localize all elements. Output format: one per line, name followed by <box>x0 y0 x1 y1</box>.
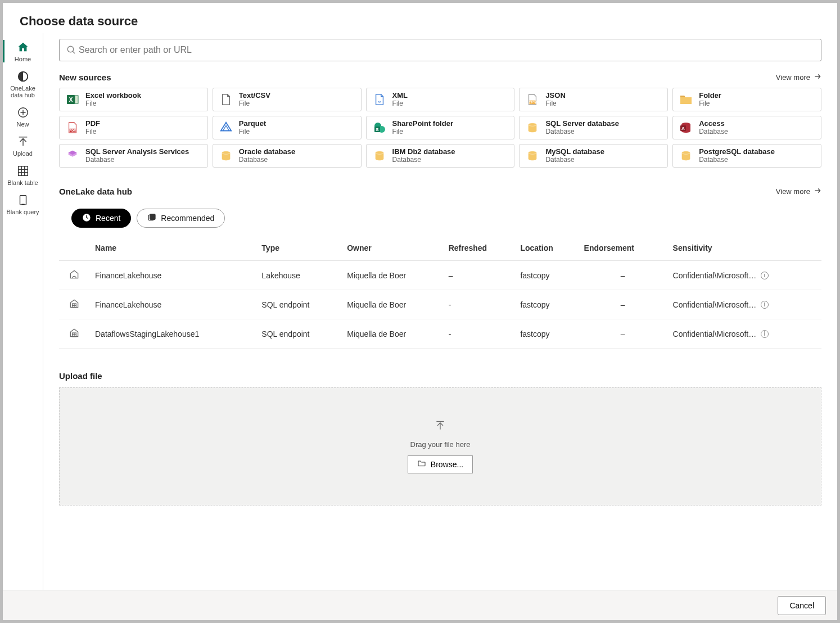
cell-endorsement: – <box>579 261 667 290</box>
folder-outline-icon <box>417 459 426 469</box>
source-card-text[interactable]: Text/CSVFile <box>213 88 362 111</box>
column-name: Name <box>89 236 256 261</box>
column-icon <box>59 236 89 261</box>
cell-sensitivity: Confidential\Microsoft ...i <box>667 290 821 319</box>
source-subtitle: Database <box>545 156 604 164</box>
source-card-access[interactable]: AAccessDatabase <box>672 116 821 139</box>
json-icon: JSON <box>525 92 540 107</box>
cell-sensitivity: Confidential\Microsoft ...i <box>667 319 821 349</box>
svg-point-13 <box>67 46 74 52</box>
pdf-icon: PDF <box>65 120 80 135</box>
svg-rect-6 <box>18 166 28 176</box>
source-card-xml[interactable]: <>XMLFile <box>366 88 515 111</box>
source-card-sharepoint[interactable]: SSharePoint folderFile <box>366 116 515 139</box>
source-subtitle: Database <box>699 156 775 164</box>
source-card-pdf[interactable]: PDFPDFFile <box>59 116 208 139</box>
column-refreshed: Refreshed <box>443 236 515 261</box>
blanktable-icon <box>17 165 29 177</box>
source-card-postgres[interactable]: PostgreSQL databaseDatabase <box>672 144 821 168</box>
source-subtitle: Database <box>545 128 619 136</box>
source-card-parquet[interactable]: ParquetFile <box>213 116 362 139</box>
cell-sensitivity: Confidential\Microsoft ...i <box>667 261 821 290</box>
table-row[interactable]: DataflowsStagingLakehouse1SQL endpointMi… <box>59 319 821 349</box>
table-row[interactable]: FinanceLakehouseSQL endpointMiquella de … <box>59 290 821 319</box>
mysql-icon <box>525 148 540 163</box>
sidebar-item-label: New <box>16 121 29 128</box>
postgres-icon <box>679 148 693 163</box>
sidebar-item-blankquery[interactable]: Blank query <box>3 189 43 219</box>
source-name: Parquet <box>239 120 266 128</box>
source-name: MySQL database <box>545 148 604 156</box>
source-subtitle: File <box>85 128 100 136</box>
column-location: Location <box>514 236 578 261</box>
search-input[interactable] <box>78 44 815 56</box>
cell-location: fastcopy <box>514 261 578 290</box>
svg-text:A: A <box>681 126 685 131</box>
search-icon <box>65 44 78 56</box>
cell-owner: Miquella de Boer <box>341 319 443 349</box>
browse-button[interactable]: Browse... <box>408 455 473 473</box>
info-icon[interactable]: i <box>761 272 769 279</box>
cell-location: fastcopy <box>514 290 578 319</box>
source-subtitle: File <box>239 100 270 107</box>
table-row[interactable]: FinanceLakehouseLakehouseMiquella de Boe… <box>59 261 821 290</box>
source-name: PostgreSQL database <box>699 148 775 156</box>
cancel-button[interactable]: Cancel <box>778 596 826 615</box>
sidebar-item-upload[interactable]: Upload <box>3 131 43 160</box>
source-subtitle: File <box>392 100 408 107</box>
source-name: IBM Db2 database <box>392 148 455 156</box>
source-name: XML <box>392 92 408 100</box>
svg-line-14 <box>73 51 75 53</box>
source-name: Oracle database <box>239 148 295 156</box>
cell-type: Lakehouse <box>256 261 341 290</box>
sidebar-item-blanktable[interactable]: Blank table <box>3 160 43 189</box>
source-name: Folder <box>699 92 721 100</box>
source-subtitle: File <box>85 100 141 107</box>
upload-dropzone[interactable]: Drag your file here Browse... <box>59 387 821 505</box>
filter-recent[interactable]: Recent <box>71 209 131 228</box>
arrow-right-icon <box>814 73 821 82</box>
sharepoint-icon: S <box>372 120 387 135</box>
endpoint-icon <box>69 331 80 340</box>
svg-text:S: S <box>376 127 379 132</box>
source-card-mysql[interactable]: MySQL databaseDatabase <box>519 144 668 168</box>
cell-name: DataflowsStagingLakehouse1 <box>89 319 256 349</box>
data-hub-table: NameTypeOwnerRefreshedLocationEndorsemen… <box>59 236 821 349</box>
source-name: SQL Server database <box>545 120 619 128</box>
source-card-folder[interactable]: FolderFile <box>672 88 821 111</box>
new-icon <box>17 106 29 119</box>
source-card-sqlserver[interactable]: SQL Server databaseDatabase <box>519 116 668 139</box>
source-subtitle: Database <box>699 128 728 136</box>
filter-recommended[interactable]: Recommended <box>137 209 225 228</box>
xml-icon: <> <box>372 92 387 107</box>
cell-refreshed: – <box>443 261 515 290</box>
view-more-sources[interactable]: View more <box>776 73 821 82</box>
db2-icon <box>372 148 387 163</box>
cell-location: fastcopy <box>514 319 578 349</box>
cell-refreshed: - <box>443 319 515 349</box>
view-more-hub[interactable]: View more <box>776 187 821 196</box>
info-icon[interactable]: i <box>761 301 769 309</box>
sidebar-item-home[interactable]: Home <box>3 37 43 66</box>
sidebar-item-new[interactable]: New <box>3 102 43 131</box>
info-icon[interactable]: i <box>761 330 769 338</box>
cell-endorsement: – <box>579 319 667 349</box>
upload-hint: Drag your file here <box>410 440 471 449</box>
clock-icon <box>82 213 91 224</box>
source-card-oracle[interactable]: Oracle databaseDatabase <box>213 144 362 168</box>
source-card-json[interactable]: JSONJSONFile <box>519 88 668 111</box>
sidebar-item-onelake[interactable]: OneLakedata hub <box>3 66 43 102</box>
sidebar: HomeOneLakedata hubNewUploadBlank tableB… <box>3 33 43 590</box>
cell-type: SQL endpoint <box>256 319 341 349</box>
sidebar-item-label: OneLakedata hub <box>10 85 35 98</box>
source-name: SharePoint folder <box>392 120 453 128</box>
search-box[interactable] <box>59 39 821 61</box>
source-subtitle: File <box>545 100 565 107</box>
source-subtitle: Database <box>392 156 455 164</box>
source-card-excel[interactable]: XExcel workbookFile <box>59 88 208 111</box>
source-card-db2[interactable]: IBM Db2 databaseDatabase <box>366 144 515 168</box>
svg-rect-18 <box>75 96 78 103</box>
sidebar-item-label: Blank table <box>7 179 38 186</box>
source-card-ssas[interactable]: SQL Server Analysis ServicesDatabase <box>59 144 208 168</box>
source-subtitle: Database <box>85 156 189 164</box>
